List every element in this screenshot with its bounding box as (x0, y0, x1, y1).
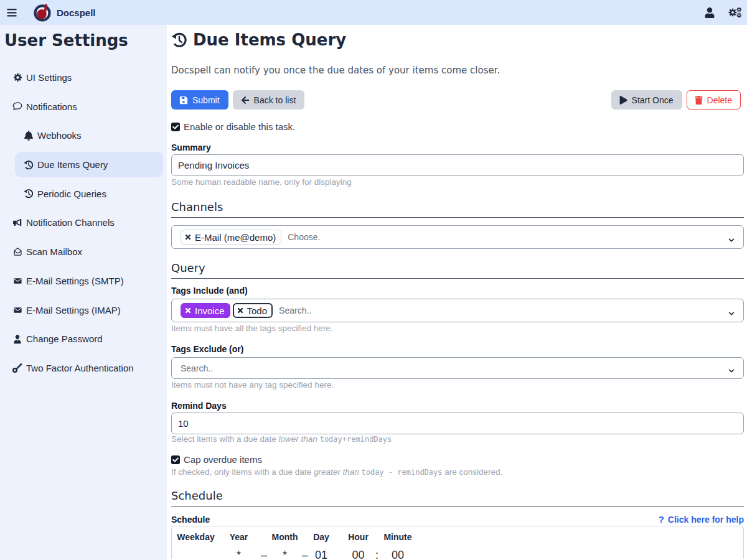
schedule-col-month: Month (272, 532, 298, 542)
schedule-month-value[interactable]: * (272, 549, 298, 560)
history-icon (24, 189, 34, 198)
remind-days-input[interactable]: 10 (171, 413, 744, 434)
envelope-icon (12, 277, 22, 285)
query-heading: Query (171, 261, 744, 274)
schedule-minute-value[interactable]: 00 (383, 549, 411, 560)
menu-toggle-button[interactable] (0, 0, 24, 25)
cog-icon (12, 73, 22, 82)
summary-label: Summary (171, 142, 744, 152)
channels-heading: Channels (171, 200, 744, 213)
tags-include-select[interactable]: Invoice Todo Search.. (171, 299, 744, 322)
schedule-col-year: Year (230, 532, 248, 542)
sidebar-item-scan-mailbox[interactable]: Scan Mailbox (4, 239, 163, 264)
remove-icon[interactable] (185, 233, 191, 241)
sidebar-item-email-smtp[interactable]: E-Mail Settings (SMTP) (4, 268, 163, 294)
sidebar-item-two-factor-auth[interactable]: Two Factor Authentication (4, 355, 163, 381)
schedule-year-value[interactable]: * (230, 549, 248, 560)
sidebar-item-change-password[interactable]: Change Password (4, 326, 163, 352)
check-icon (172, 457, 179, 463)
sidebar-item-periodic-queries[interactable]: Periodic Queries (4, 181, 163, 207)
chevron-down-icon[interactable] (728, 307, 735, 319)
docspell-logo (33, 3, 52, 22)
top-navbar: Docspell (0, 0, 747, 25)
sidebar-item-webhooks[interactable]: Webhooks (4, 123, 163, 148)
schedule-help-link[interactable]: ? Click here for help (659, 514, 744, 525)
page-title: Due Items Query (193, 30, 346, 49)
schedule-heading: Schedule (171, 489, 744, 502)
key-icon (12, 363, 22, 373)
schedule-separator: – (261, 549, 267, 560)
checkbox-checked[interactable] (171, 123, 180, 131)
sidebar-item-email-imap[interactable]: E-Mail Settings (IMAP) (4, 297, 163, 323)
trash-icon (695, 96, 703, 105)
page-title-row: Due Items Query (171, 30, 744, 49)
schedule-day-value[interactable]: 01 (313, 549, 329, 560)
sidebar: User Settings UI Settings Notifications … (0, 25, 167, 560)
history-icon (171, 32, 187, 48)
schedule-col-weekday: Weekday (177, 532, 214, 542)
query-divider (171, 278, 744, 279)
enable-task-checkbox-row[interactable]: Enable or disable this task. (171, 121, 744, 132)
envelope-open-icon (12, 247, 22, 256)
sidebar-item-notification-channels[interactable]: Notification Channels (4, 210, 163, 235)
comment-icon (12, 101, 22, 111)
schedule-col-day: Day (313, 532, 329, 542)
bullhorn-icon (12, 218, 22, 227)
tags-include-label: Tags Include (and) (171, 286, 744, 296)
tags-exclude-placeholder: Search.. (181, 363, 213, 373)
schedule-label-row: Schedule ? Click here for help (171, 514, 744, 525)
brand[interactable]: Docspell (33, 3, 96, 22)
tags-include-placeholder: Search.. (279, 306, 311, 315)
summary-input[interactable]: Pending Invoices (171, 154, 744, 176)
schedule-separator: – (302, 549, 308, 560)
tags-exclude-select[interactable]: Search.. (171, 357, 744, 379)
remove-icon[interactable] (237, 307, 243, 314)
submit-button[interactable]: Submit (171, 90, 228, 110)
tags-exclude-help: Items must not have any tag specified he… (171, 380, 744, 390)
check-icon (172, 124, 179, 130)
cap-overdue-help: If checked, only items with a due date g… (171, 467, 744, 477)
remove-icon[interactable] (185, 307, 191, 314)
tags-exclude-label: Tags Exclude (or) (171, 344, 744, 354)
schedule-divider (171, 506, 744, 506)
settings-menu-button[interactable] (722, 0, 747, 25)
start-once-button[interactable]: Start Once (611, 90, 682, 110)
channels-select[interactable]: E-Mail (me@demo) Choose. (171, 225, 744, 249)
tag-chip-invoice[interactable]: Invoice (181, 303, 230, 318)
tag-chip-todo[interactable]: Todo (233, 303, 273, 318)
channels-divider (171, 217, 744, 218)
sidebar-menu: UI Settings Notifications Webhooks Due I… (0, 65, 167, 381)
schedule-col-minute: Minute (383, 532, 411, 542)
schedule-col-hour: Hour (348, 532, 369, 542)
channels-placeholder: Choose. (288, 232, 320, 242)
sidebar-item-notifications[interactable]: Notifications (4, 94, 163, 119)
back-to-list-button[interactable]: Back to list (233, 90, 305, 110)
play-icon (619, 96, 627, 105)
cogs-icon (728, 7, 742, 18)
bars-icon (6, 7, 17, 18)
main-content: Due Items Query Docspell can notify you … (167, 25, 747, 560)
schedule-time-separator: : (375, 549, 378, 560)
account-menu-button[interactable] (697, 0, 722, 25)
arrow-left-icon (241, 96, 250, 105)
question-icon: ? (659, 514, 664, 525)
sidebar-item-ui-settings[interactable]: UI Settings (4, 65, 163, 90)
schedule-hour-value[interactable]: 00 (348, 549, 369, 560)
checkbox-checked[interactable] (171, 455, 180, 464)
sidebar-item-due-items-query[interactable]: Due Items Query (15, 152, 163, 177)
chevron-down-icon[interactable] (728, 234, 735, 245)
brand-name: Docspell (57, 7, 96, 18)
tags-include-help: Items must have all the tags specified h… (171, 324, 744, 333)
envelope-icon (12, 306, 22, 314)
user-secret-icon (12, 334, 22, 344)
chevron-down-icon[interactable] (728, 365, 735, 376)
bell-icon (24, 131, 34, 141)
cap-overdue-checkbox-row[interactable]: Cap overdue items (171, 454, 744, 465)
schedule-editor: Weekday Year * – Month * – Day 01 (171, 526, 744, 559)
schedule-label: Schedule (171, 515, 210, 525)
channel-chip-email[interactable]: E-Mail (me@demo) (181, 230, 281, 245)
remind-days-help: Select items with a due date lower than … (171, 434, 744, 444)
summary-help: Some human readable name, only for displ… (171, 177, 744, 187)
action-buttons: Submit Back to list Start Once Delete (171, 90, 744, 110)
delete-button[interactable]: Delete (687, 90, 741, 110)
